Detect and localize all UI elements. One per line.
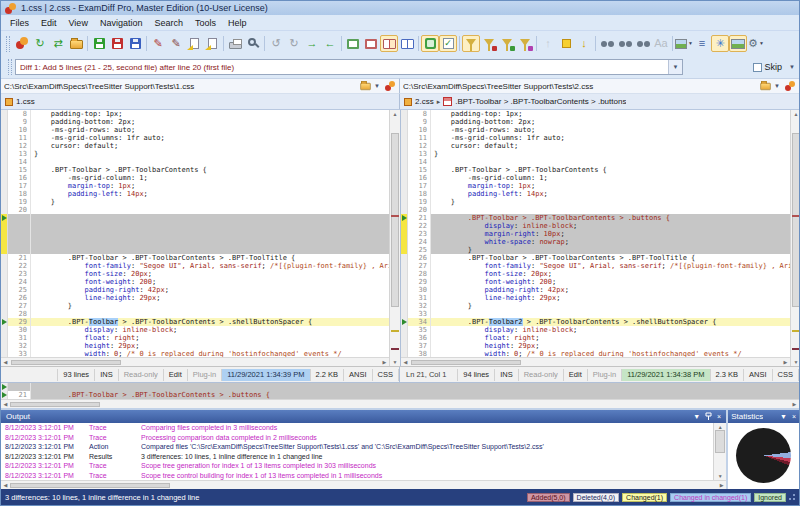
menu-view[interactable]: View [63,17,94,29]
filter-search-icon[interactable] [516,35,534,52]
current-diff-detail-pane[interactable]: 21 .BPT-Toolbar > .BPT-ToolbarContents >… [1,382,799,399]
second-file-line[interactable]: 10 -ms-grid-rows: auto; [401,126,790,134]
first-file-line[interactable]: 19 } [1,198,389,206]
previous-difference-icon[interactable]: ← [321,35,339,52]
output-log-row[interactable]: 8/12/2023 3:12:01 PMTraceProcessing comp… [1,434,713,444]
first-path-dropdown-icon[interactable]: ▼ [374,83,380,89]
first-file-line[interactable]: 30 display: inline-block; [1,326,389,334]
output-menu-icon[interactable]: ▼ [693,413,700,420]
second-file-line[interactable]: 11 -ms-grid-columns: 1fr auto; [401,134,790,142]
second-file-path[interactable]: C:\Src\ExamDiff\Specs\TreeSitter Support… [403,82,759,91]
first-file-path[interactable]: C:\Src\ExamDiff\Specs\TreeSitter Support… [4,82,359,91]
second-file-line[interactable]: 36 float: right; [401,334,790,342]
second-file-line[interactable]: 15 .BPT-Toolbar > .BPT-ToolbarContents { [401,166,790,174]
first-file-line[interactable]: 12 cursor: default; [1,142,389,150]
output-vscrollbar[interactable]: ▲▼ [713,423,726,480]
diffbar-grip[interactable] [8,59,12,75]
match-case-icon[interactable]: Aa [652,35,670,52]
diffbar-overflow-icon[interactable]: ▼ [789,64,795,70]
first-file-line[interactable]: 33 width: 0; /* 0 is replaced during 'ho… [1,350,389,357]
menu-edit[interactable]: Edit [35,17,63,29]
find-icon[interactable] [598,35,616,52]
save-both-files-icon[interactable] [126,35,144,52]
statistics-menu-icon[interactable]: ▼ [780,413,787,420]
menu-help[interactable]: Help [222,17,253,29]
grid-view-icon[interactable] [398,35,416,52]
output-log-row[interactable]: 8/12/2023 3:12:01 PMTraceComparing files… [1,424,713,434]
first-file-line[interactable]: 8 padding-top: 1px; [1,110,389,118]
detail-hscrollbar[interactable]: ◀ ▶ [1,399,799,408]
copy-block-left-icon[interactable] [185,35,203,52]
second-file-line[interactable]: 35 display: inline-block; [401,326,790,334]
menu-tools[interactable]: Tools [189,17,222,29]
first-file-line[interactable]: 14 [1,158,389,166]
second-file-line[interactable]: 14 [401,158,790,166]
menu-search[interactable]: Search [148,17,189,29]
first-file-compare-icon[interactable] [385,81,395,91]
print-icon[interactable] [226,35,244,52]
first-file-line[interactable]: 28 [1,310,389,318]
first-file-hscrollbar[interactable]: ◀▶ [1,357,389,366]
second-file-line[interactable]: 30 padding-right: 42px; [401,286,790,294]
second-file-line[interactable]: 33 [401,310,790,318]
word-wrap-icon[interactable]: ≡ [693,35,711,52]
diff-type-badge[interactable]: Deleted(4,0) [573,493,620,502]
diff-type-badge[interactable]: Changed(1) [622,493,667,502]
split-view-icon[interactable] [380,35,398,52]
swap-panes-icon[interactable]: ⇄ [49,35,67,52]
second-file-line[interactable]: 16 -ms-grid-column: 1; [401,174,790,182]
edit-first-file-icon[interactable]: ✎ [149,35,167,52]
save-first-file-icon[interactable] [90,35,108,52]
first-file-line[interactable]: 23 font-size: 20px; [1,270,389,278]
first-file-vscrollbar[interactable]: ▲▼ [389,110,400,366]
redo-icon[interactable]: ↻ [285,35,303,52]
current-difference-icon[interactable] [557,35,575,52]
second-file-line[interactable]: 38 width: 0; /* 0 is replaced during 'ho… [401,350,790,357]
next-change-icon[interactable]: ↓ [575,35,593,52]
diff-combo-dropdown-icon[interactable]: ▼ [668,60,682,74]
find-next-icon[interactable] [616,35,634,52]
show-second-file-icon[interactable] [362,35,380,52]
breadcrumb[interactable]: .BPT-Toolbar > .BPT-ToolbarContents > .b… [455,97,626,106]
second-file-line[interactable]: 9 padding-bottom: 2px; [401,118,790,126]
first-file-line[interactable]: 21 .BPT-Toolbar > .BPT-ToolbarContents >… [1,254,389,262]
detail-line[interactable] [1,383,799,391]
output-log-row[interactable]: 8/12/2023 3:12:01 PMTraceScope tree cont… [1,472,713,481]
first-file-line[interactable] [1,214,389,222]
first-file-line[interactable] [1,246,389,254]
first-file-line[interactable]: 22 font-family: "Segoe UI", Arial, sans-… [1,262,389,270]
second-file-line[interactable]: 19 } [401,198,790,206]
first-file-line[interactable]: 10 -ms-grid-rows: auto; [1,126,389,134]
first-file-line[interactable]: 20 [1,206,389,214]
first-file-line[interactable]: 27 } [1,302,389,310]
save-second-file-icon[interactable] [108,35,126,52]
show-first-file-icon[interactable] [344,35,362,52]
second-file-vscrollbar[interactable]: ▲▼ [790,110,800,366]
first-file-line[interactable]: 32 height: 29px; [1,342,389,350]
menu-navigation[interactable]: Navigation [94,17,149,29]
browse-first-file-icon[interactable] [360,83,370,90]
first-file-line[interactable] [1,222,389,230]
second-file-line[interactable]: 13} [401,150,790,158]
second-file-line[interactable]: 31 line-height: 29px; [401,294,790,302]
first-file-line[interactable]: 16 -ms-grid-column: 1; [1,174,389,182]
first-file-line[interactable] [1,238,389,246]
ignore-options-icon[interactable]: ✳ [711,35,729,52]
browse-second-file-icon[interactable] [760,83,770,90]
second-file-tab[interactable]: 2.css [415,97,434,106]
open-files-icon[interactable] [67,35,85,52]
first-file-line[interactable]: 13} [1,150,389,158]
second-file-line[interactable]: 23 margin-right: 10px; [401,230,790,238]
output-hscrollbar[interactable]: ◀ ▶ [1,480,726,489]
first-file-line[interactable]: 17 margin-top: 1px; [1,182,389,190]
diff-type-badge[interactable]: Changed in changed(1) [670,493,751,502]
second-file-compare-icon[interactable] [785,81,795,91]
second-file-line[interactable]: 27 font-family: "Segoe UI", Arial, sans-… [401,262,790,270]
first-file-line[interactable]: 9 padding-bottom: 2px; [1,118,389,126]
second-file-line[interactable]: 17 margin-top: 1px; [401,182,790,190]
output-log-row[interactable]: 8/12/2023 3:12:01 PMActionCompared files… [1,443,713,453]
first-file-line[interactable]: 18 padding-left: 14px; [1,190,389,198]
output-close-icon[interactable]: × [717,413,721,420]
second-file-line[interactable]: 24 white-space: nowrap; [401,238,790,246]
previous-change-icon[interactable]: ↑ [539,35,557,52]
